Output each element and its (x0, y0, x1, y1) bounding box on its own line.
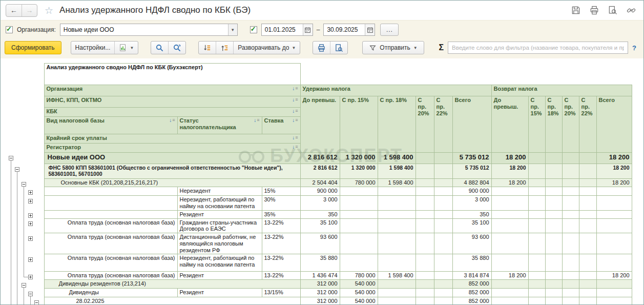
value-cell[interactable] (596, 280, 632, 289)
value-cell[interactable]: 312 000 (300, 289, 340, 297)
value-cell[interactable]: 312 000 (300, 280, 340, 289)
value-cell[interactable]: 18 200 (596, 153, 632, 164)
value-cell[interactable] (378, 210, 416, 218)
value-cell[interactable] (545, 254, 562, 272)
tree-toggle-expand[interactable] (28, 257, 33, 262)
row-label-cell[interactable]: Основные КБК (201,208,215,216,217) (44, 179, 300, 187)
value-cell[interactable] (579, 272, 596, 280)
value-cell[interactable] (562, 272, 579, 280)
print-report-icon[interactable] (313, 42, 330, 54)
value-cell[interactable] (528, 187, 545, 196)
value-cell[interactable] (416, 254, 434, 272)
report-variants-button[interactable]: ▼ (114, 42, 138, 54)
value-cell[interactable] (434, 179, 452, 187)
print-preview-icon[interactable] (330, 42, 347, 54)
value-cell[interactable]: 5 735 012 (452, 164, 491, 179)
value-cell[interactable] (545, 218, 562, 233)
value-cell[interactable] (378, 187, 416, 196)
header-payment-deadline[interactable]: Крайний срок уплаты (44, 134, 300, 144)
value-cell[interactable] (528, 218, 545, 233)
value-cell[interactable] (416, 289, 434, 297)
rate-cell[interactable]: 35% (262, 210, 300, 218)
tax-base-cell[interactable]: Оплата труда (основная налоговая база) (44, 254, 177, 272)
sort-icon[interactable] (292, 109, 298, 114)
tree-toggle-collapse[interactable] (9, 156, 13, 160)
value-cell[interactable] (579, 254, 596, 272)
value-cell[interactable] (416, 210, 434, 218)
value-cell[interactable] (596, 196, 632, 211)
sort-icon[interactable] (292, 97, 298, 103)
value-cell[interactable]: 3 814 874 (452, 272, 491, 280)
rate-cell[interactable]: 13-22% (262, 218, 300, 233)
sort-icon[interactable] (254, 118, 259, 123)
value-cell[interactable] (562, 179, 579, 187)
back-button[interactable]: ← (6, 5, 22, 16)
status-cell[interactable]: Резидент (177, 210, 262, 218)
value-cell[interactable] (545, 210, 562, 218)
value-cell[interactable] (545, 164, 562, 179)
value-cell[interactable] (416, 164, 434, 179)
value-cell[interactable] (340, 254, 378, 272)
value-cell[interactable] (434, 280, 452, 289)
value-cell[interactable] (579, 196, 596, 211)
tree-toggle-expand[interactable] (28, 213, 33, 218)
value-cell[interactable]: 2 816 612 (300, 164, 340, 179)
value-cell[interactable] (416, 179, 434, 187)
value-cell[interactable] (416, 297, 434, 305)
value-cell[interactable] (562, 297, 579, 305)
header-registrar[interactable]: Регистратор (44, 144, 300, 153)
value-cell[interactable]: 852 000 (452, 280, 491, 289)
value-cell[interactable] (545, 233, 562, 254)
calendar-icon[interactable] (303, 24, 313, 35)
value-cell[interactable] (579, 289, 596, 297)
organization-select[interactable]: Новые идеи ООО ▼ (60, 24, 238, 36)
value-cell[interactable] (491, 187, 528, 196)
value-cell[interactable] (434, 289, 452, 297)
value-cell[interactable] (378, 233, 416, 254)
value-cell[interactable]: 852 000 (452, 289, 491, 297)
value-cell[interactable] (545, 297, 562, 305)
value-cell[interactable]: 780 000 (340, 272, 378, 280)
value-cell[interactable] (562, 280, 579, 289)
value-cell[interactable]: 35 100 (300, 218, 340, 233)
preview-icon[interactable] (608, 5, 618, 15)
value-cell[interactable] (579, 218, 596, 233)
value-cell[interactable] (579, 187, 596, 196)
value-cell[interactable] (434, 153, 452, 164)
value-cell[interactable] (545, 179, 562, 187)
value-cell[interactable] (491, 297, 528, 305)
value-cell[interactable] (340, 218, 378, 233)
value-cell[interactable] (434, 210, 452, 218)
value-cell[interactable] (579, 210, 596, 218)
value-cell[interactable] (434, 218, 452, 233)
value-cell[interactable] (562, 187, 579, 196)
value-cell[interactable] (434, 187, 452, 196)
value-cell[interactable] (378, 254, 416, 272)
status-cell[interactable]: Резидент (177, 289, 262, 297)
value-cell[interactable] (562, 164, 579, 179)
forward-button[interactable]: → (22, 5, 37, 16)
value-cell[interactable] (491, 280, 528, 289)
value-cell[interactable]: 540 000 (340, 289, 378, 297)
value-cell[interactable]: 3 000 (452, 196, 491, 211)
value-cell[interactable] (528, 280, 545, 289)
rate-cell[interactable]: 13-22% (262, 254, 300, 272)
value-cell[interactable] (378, 297, 416, 305)
search-next-icon[interactable] (168, 42, 185, 54)
value-cell[interactable]: 5 735 012 (452, 153, 491, 164)
value-cell[interactable] (579, 164, 596, 179)
value-cell[interactable]: 18 200 (491, 153, 528, 164)
header-organization[interactable]: Организация (44, 85, 300, 96)
expand-to-button[interactable]: Разворачивать до ▼ (233, 42, 300, 54)
print-icon[interactable] (589, 5, 599, 15)
tree-toggle-collapse[interactable] (22, 283, 26, 288)
value-cell[interactable] (340, 187, 378, 196)
search-icon[interactable] (151, 42, 168, 54)
value-cell[interactable] (340, 196, 378, 211)
value-cell[interactable]: 900 000 (300, 187, 340, 196)
tree-toggle-collapse[interactable] (28, 292, 33, 296)
tree-toggle-expand[interactable] (28, 190, 33, 195)
value-cell[interactable] (416, 218, 434, 233)
rate-cell[interactable]: 15% (262, 187, 300, 196)
sort-icon[interactable] (292, 118, 298, 123)
